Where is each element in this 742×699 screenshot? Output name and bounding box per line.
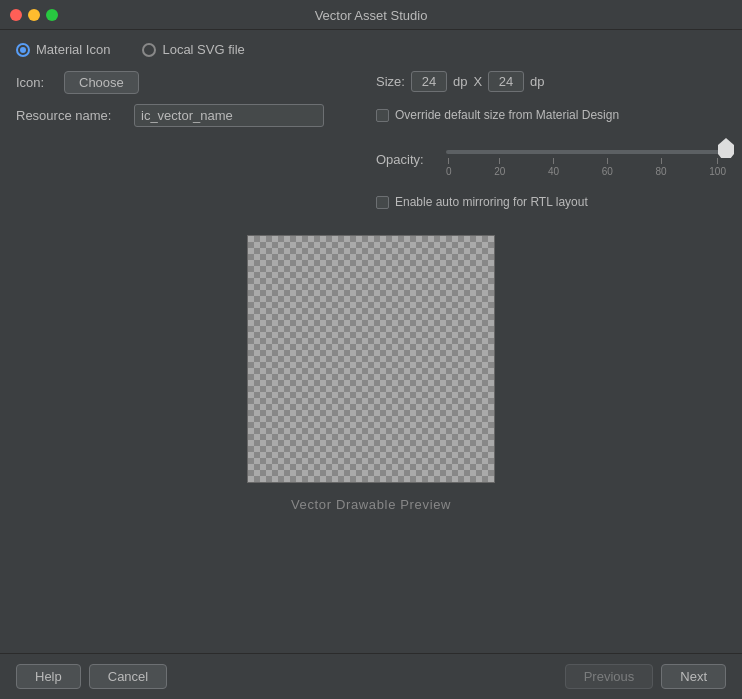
close-button[interactable] <box>10 9 22 21</box>
material-icon-label: Material Icon <box>36 42 110 57</box>
tick-mark-2 <box>553 158 554 164</box>
size-row: Size: dp X dp <box>376 71 726 92</box>
tick-label-1: 20 <box>494 166 505 177</box>
tick-mark-1 <box>499 158 500 164</box>
resource-name-input[interactable] <box>134 104 324 127</box>
rtl-label: Enable auto mirroring for RTL layout <box>395 195 588 209</box>
window-title: Vector Asset Studio <box>315 8 428 23</box>
tick-2: 40 <box>548 158 559 177</box>
radio-row: Material Icon Local SVG file <box>16 42 726 57</box>
size-separator: X <box>473 74 482 89</box>
checkerboard-preview <box>247 235 495 483</box>
traffic-lights <box>10 9 58 21</box>
maximize-button[interactable] <box>46 9 58 21</box>
preview-label: Vector Drawable Preview <box>291 497 451 512</box>
next-button[interactable]: Next <box>661 664 726 689</box>
minimize-button[interactable] <box>28 9 40 21</box>
tick-3: 60 <box>602 158 613 177</box>
resource-name-label: Resource name: <box>16 108 126 123</box>
width-unit: dp <box>453 74 467 89</box>
footer-right: Previous Next <box>565 664 726 689</box>
icon-label: Icon: <box>16 75 56 90</box>
opacity-slider-track <box>446 150 726 154</box>
material-icon-radio[interactable] <box>16 43 30 57</box>
height-unit: dp <box>530 74 544 89</box>
opacity-row: Opacity: 0 20 <box>376 142 726 177</box>
title-bar: Vector Asset Studio <box>0 0 742 30</box>
tick-0: 0 <box>446 158 452 177</box>
tick-5: 100 <box>709 158 726 177</box>
tick-label-4: 80 <box>656 166 667 177</box>
tick-label-0: 0 <box>446 166 452 177</box>
size-label: Size: <box>376 74 405 89</box>
help-button[interactable]: Help <box>16 664 81 689</box>
controls-area: Icon: Choose Resource name: Size: dp X d… <box>16 71 726 219</box>
slider-ticks: 0 20 40 60 <box>446 158 726 177</box>
rtl-checkbox[interactable] <box>376 196 389 209</box>
tick-1: 20 <box>494 158 505 177</box>
local-svg-option[interactable]: Local SVG file <box>142 42 244 57</box>
left-controls: Icon: Choose Resource name: <box>16 71 376 219</box>
rtl-row: Enable auto mirroring for RTL layout <box>376 195 726 209</box>
choose-button[interactable]: Choose <box>64 71 139 94</box>
tick-label-5: 100 <box>709 166 726 177</box>
icon-row: Icon: Choose <box>16 71 376 94</box>
footer: Help Cancel Previous Next <box>0 653 742 699</box>
tick-mark-5 <box>717 158 718 164</box>
opacity-label: Opacity: <box>376 152 436 167</box>
override-label: Override default size from Material Desi… <box>395 108 619 122</box>
tick-4: 80 <box>656 158 667 177</box>
main-content: Material Icon Local SVG file Icon: Choos… <box>0 30 742 653</box>
resource-name-row: Resource name: <box>16 104 376 127</box>
opacity-slider-thumb[interactable] <box>718 138 734 158</box>
cancel-button[interactable]: Cancel <box>89 664 167 689</box>
right-controls: Size: dp X dp Override default size from… <box>376 71 726 219</box>
local-svg-radio[interactable] <box>142 43 156 57</box>
local-svg-label: Local SVG file <box>162 42 244 57</box>
opacity-slider-container: 0 20 40 60 <box>446 142 726 177</box>
tick-mark-4 <box>661 158 662 164</box>
previous-button[interactable]: Previous <box>565 664 654 689</box>
override-checkbox[interactable] <box>376 109 389 122</box>
material-icon-option[interactable]: Material Icon <box>16 42 110 57</box>
tick-label-2: 40 <box>548 166 559 177</box>
override-checkbox-row: Override default size from Material Desi… <box>376 108 726 122</box>
tick-mark-0 <box>448 158 449 164</box>
height-input[interactable] <box>488 71 524 92</box>
tick-label-3: 60 <box>602 166 613 177</box>
footer-left: Help Cancel <box>16 664 167 689</box>
preview-area: Vector Drawable Preview <box>16 235 726 653</box>
tick-mark-3 <box>607 158 608 164</box>
width-input[interactable] <box>411 71 447 92</box>
